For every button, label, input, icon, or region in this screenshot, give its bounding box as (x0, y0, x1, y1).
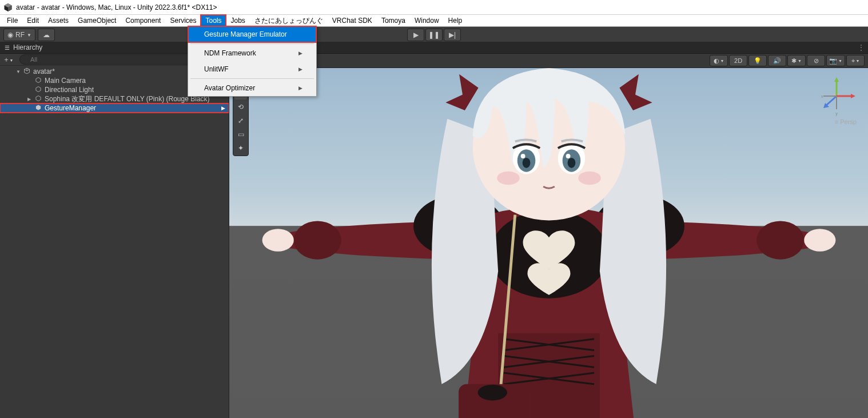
svg-line-6 (27, 69, 30, 71)
chevron-down-icon: ▼ (27, 33, 31, 38)
camera-settings-button[interactable]: 📷▼ (826, 55, 845, 66)
svg-point-31 (566, 154, 570, 158)
chevron-down-icon: ▼ (838, 59, 842, 63)
menu-tools[interactable]: Tools (201, 15, 226, 26)
gameobject-icon (34, 104, 42, 113)
title-bar: avatar - avatar - Windows, Mac, Linux - … (0, 0, 868, 15)
rotate-icon: ⟲ (238, 103, 244, 111)
menu-item-label: Avatar Optimizer (204, 84, 255, 92)
perspective-label[interactable]: ≡ Persp (835, 118, 857, 125)
hierarchy-tab-label: Hierarchy (13, 43, 42, 51)
menu-window[interactable]: Window (410, 15, 444, 26)
tree-item-label: avatar* (33, 67, 55, 75)
svg-point-30 (520, 154, 525, 158)
tools-gesture-manager-emulator[interactable]: Gesture Manager Emulator (188, 26, 316, 42)
expand-arrow-icon[interactable]: ▼ (16, 69, 23, 74)
hierarchy-icon: ☰ (5, 45, 10, 51)
window-title: avatar - avatar - Windows, Mac, Linux - … (16, 3, 217, 11)
cloud-icon: ☁ (43, 31, 50, 39)
tools-ndm-framework[interactable]: NDM Framework ▶ (188, 45, 316, 61)
menu-bar: File Edit Assets GameObject Component Se… (0, 15, 868, 27)
gameobject-icon (34, 77, 42, 85)
play-button[interactable]: ▶ (407, 29, 424, 41)
unity-logo-icon (3, 3, 13, 12)
menu-tomoya[interactable]: Tomoya (377, 15, 410, 26)
hierarchy-tree: ▼ avatar* Main Camera Directional Light … (0, 66, 229, 418)
tools-dropdown: Gesture Manager Emulator NDM Framework ▶… (188, 26, 317, 97)
tree-item-label: Directional Light (45, 86, 94, 94)
scene-viewport[interactable]: ✋ ✥ ⟲ ⤢ ▭ ✦ (229, 68, 868, 418)
play-icon: ▶ (413, 31, 419, 39)
avatar-preview (246, 68, 852, 418)
tree-item-gesture-manager[interactable]: GestureManager ▶ (0, 103, 229, 113)
submenu-arrow-icon: ▶ (298, 85, 302, 91)
audio-toggle[interactable]: 🔊 (768, 55, 786, 66)
chevron-right-icon: ▶ (221, 105, 225, 111)
eye-off-icon: ⊘ (814, 57, 819, 65)
transform-icon: ✦ (238, 144, 244, 152)
menu-edit[interactable]: Edit (22, 15, 43, 26)
expand-arrow-icon[interactable]: ▶ (27, 97, 34, 102)
svg-point-29 (567, 158, 575, 168)
gameobject-icon (34, 86, 42, 94)
create-dropdown[interactable]: ＋▼ (0, 55, 16, 65)
svg-point-33 (578, 172, 600, 185)
user-icon: ◉ (7, 31, 13, 39)
fx-icon: ✱ (791, 57, 797, 65)
2d-toggle[interactable]: 2D (729, 55, 747, 66)
audio-icon: 🔊 (773, 57, 781, 65)
scene-area: # Scene ▣ Asset Store ⋮ ⊞▼ ▦▼ ⊹▼ ◐▼ 2D 💡… (229, 42, 868, 418)
lighting-toggle[interactable]: 💡 (748, 55, 767, 66)
menu-satania[interactable]: さたにあしょっぴんぐ (250, 15, 328, 26)
tree-item-label: GestureManager (45, 104, 96, 112)
menu-vrchat-sdk[interactable]: VRChat SDK (328, 15, 377, 26)
menu-file[interactable]: File (2, 15, 22, 26)
hidden-objects-button[interactable]: ⊘ (807, 55, 825, 66)
account-dropdown[interactable]: ◉ RF ▼ (3, 29, 35, 41)
step-button[interactable]: ▶| (444, 29, 461, 41)
submenu-arrow-icon: ▶ (298, 50, 302, 56)
menu-jobs[interactable]: Jobs (226, 15, 249, 26)
tools-unlitwf[interactable]: UnlitWF ▶ (188, 61, 316, 77)
svg-point-15 (756, 221, 804, 260)
svg-line-39 (826, 96, 837, 106)
tools-avatar-optimizer[interactable]: Avatar Optimizer ▶ (188, 80, 316, 96)
chevron-down-icon: ▼ (720, 59, 724, 63)
chevron-down-icon: ▼ (798, 59, 802, 63)
fx-toggle[interactable]: ✱▼ (787, 55, 806, 66)
cloud-button[interactable]: ☁ (38, 29, 55, 41)
lightbulb-icon: 💡 (754, 57, 762, 65)
svg-text:y: y (835, 112, 838, 116)
menu-component[interactable]: Component (121, 15, 165, 26)
svg-marker-10 (36, 105, 41, 110)
pause-button[interactable]: ❚❚ (425, 29, 443, 41)
menu-item-label: Gesture Manager Emulator (204, 30, 287, 38)
gizmos-button[interactable]: ⌖▼ (846, 55, 865, 66)
orientation-gizmo[interactable]: y x (817, 76, 857, 116)
pause-icon: ❚❚ (428, 31, 440, 39)
shading-mode-button[interactable]: ◐▼ (710, 55, 728, 66)
menu-gameobject[interactable]: GameObject (73, 15, 121, 26)
panel-menu-icon[interactable]: ⋮ (854, 43, 868, 51)
svg-text:x: x (821, 94, 823, 98)
scale-icon: ⤢ (238, 117, 244, 125)
menu-help[interactable]: Help (444, 15, 467, 26)
gameobject-icon (34, 95, 42, 103)
submenu-arrow-icon: ▶ (298, 66, 302, 72)
svg-point-13 (804, 229, 835, 251)
main-area: ☰ Hierarchy ⋮ ＋▼ ▼ avatar* Main Camera (0, 42, 868, 418)
svg-point-21 (477, 385, 507, 401)
svg-marker-9 (36, 95, 41, 101)
scene-tab-bar: # Scene ▣ Asset Store ⋮ (229, 42, 868, 54)
tree-item-label: Sophina 改変用 DEFAULT ONLY (Pink) (Rouge B… (45, 94, 210, 104)
rect-icon: ▭ (238, 130, 244, 138)
svg-marker-36 (834, 77, 839, 82)
shading-icon: ◐ (714, 57, 719, 65)
svg-marker-7 (36, 77, 41, 82)
step-icon: ▶| (449, 31, 456, 39)
menu-assets[interactable]: Assets (43, 15, 73, 26)
menu-services[interactable]: Services (165, 15, 201, 26)
chevron-down-icon: ▼ (856, 59, 860, 63)
gizmo-icon: ⌖ (851, 57, 855, 65)
menu-separator (190, 78, 314, 79)
